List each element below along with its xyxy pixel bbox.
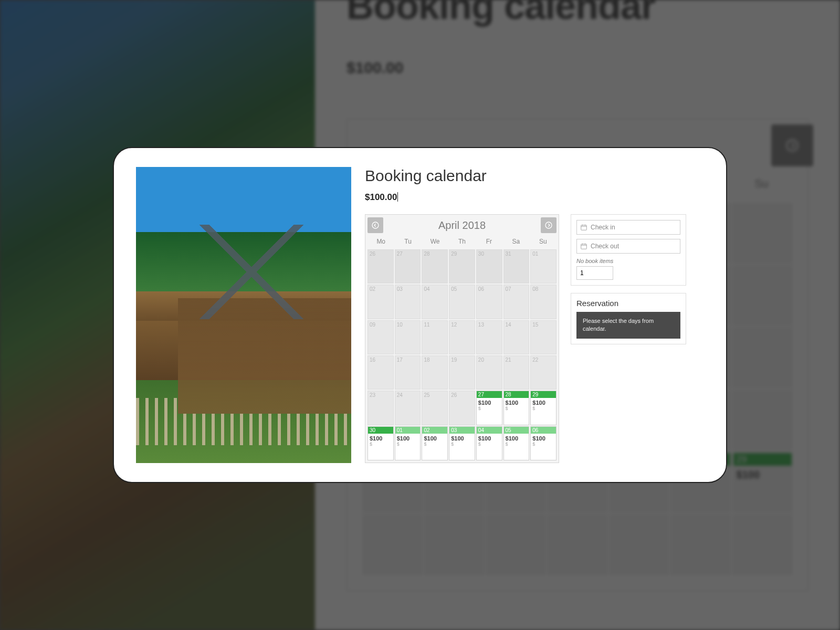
calendar-weekday: Fr bbox=[476, 236, 502, 247]
calendar-day-subprice: $ bbox=[449, 442, 475, 447]
calendar-day-cell[interactable]: 02$100$ bbox=[422, 426, 448, 460]
calendar-day-cell: 31 bbox=[503, 249, 530, 284]
calendar-day-number: 31 bbox=[506, 251, 511, 257]
calendar-weekday: Th bbox=[448, 236, 475, 247]
calendar-day-price: $100 bbox=[449, 434, 475, 442]
calendar-day-cell: 16 bbox=[368, 355, 394, 390]
calendar-weekday: Mo bbox=[368, 236, 394, 247]
calendar-day-number: 26 bbox=[370, 251, 375, 257]
calendar-day-cell: 10 bbox=[395, 320, 421, 354]
calendar-day-cell[interactable]: 29$100$ bbox=[530, 391, 556, 425]
calendar-day-cell[interactable]: 06$100$ bbox=[530, 426, 556, 460]
calendar-day-number: 08 bbox=[532, 286, 538, 292]
calendar-day-number: 07 bbox=[506, 286, 511, 292]
calendar-day-number: 04 bbox=[424, 286, 429, 292]
reservation-message: Please select the days from calendar. bbox=[576, 312, 680, 339]
calendar-weekday: We bbox=[422, 236, 448, 247]
checkout-input[interactable]: Check out bbox=[576, 239, 680, 254]
calendar-prev-button[interactable] bbox=[368, 217, 383, 233]
calendar-day-cell[interactable]: 04$100$ bbox=[476, 426, 502, 460]
calendar-day-cell: 11 bbox=[422, 320, 448, 354]
calendar-weekday: Tu bbox=[394, 236, 421, 247]
calendar-day-number: 02 bbox=[422, 427, 447, 434]
calendar-day-number: 29 bbox=[451, 251, 457, 257]
calendar-day-number: 11 bbox=[424, 322, 429, 328]
calendar-day-cell: 28 bbox=[422, 249, 448, 284]
calendar-day-number: 06 bbox=[531, 427, 556, 434]
calendar-day-cell[interactable]: 05$100$ bbox=[503, 426, 530, 460]
calendar-day-subprice: $ bbox=[504, 442, 529, 447]
calendar-day-number: 21 bbox=[506, 357, 511, 363]
calendar-day-number: 24 bbox=[397, 392, 403, 398]
calendar-day-price: $100 bbox=[395, 434, 421, 442]
checkout-placeholder: Check out bbox=[591, 243, 619, 250]
calendar-day-number: 20 bbox=[478, 357, 484, 363]
calendar-day-cell[interactable]: 27$100$ bbox=[476, 391, 502, 425]
calendar-day-cell: 12 bbox=[449, 320, 475, 354]
calendar-day-price: $100 bbox=[504, 398, 529, 406]
calendar-day-number: 09 bbox=[370, 322, 375, 328]
calendar-day-number: 30 bbox=[368, 427, 393, 434]
calendar-day-price: $100 bbox=[531, 398, 556, 406]
calendar-month-label: April 2018 bbox=[386, 219, 538, 232]
calendar-day-number: 16 bbox=[370, 357, 375, 363]
calendar-day-number: 05 bbox=[451, 286, 457, 292]
calendar-day-cell: 21 bbox=[503, 355, 530, 390]
calendar-day-number: 25 bbox=[424, 392, 429, 398]
calendar-day-cell: 18 bbox=[422, 355, 448, 390]
svg-point-1 bbox=[372, 222, 379, 228]
calendar-day-cell: 09 bbox=[368, 320, 394, 354]
items-count-input[interactable] bbox=[576, 266, 613, 280]
calendar-day-cell: 13 bbox=[476, 320, 502, 354]
calendar-day-number: 18 bbox=[424, 357, 429, 363]
calendar-weekday: Sa bbox=[502, 236, 529, 247]
calendar-day-cell[interactable]: 01$100$ bbox=[395, 426, 421, 460]
checkin-placeholder: Check in bbox=[591, 224, 615, 231]
calendar-day-number: 01 bbox=[532, 251, 538, 257]
reservation-panel: Reservation Please select the days from … bbox=[571, 293, 686, 344]
calendar-day-price: $100 bbox=[477, 398, 502, 406]
calendar-day-cell: 07 bbox=[503, 285, 530, 319]
calendar-day-number: 30 bbox=[478, 251, 484, 257]
calendar-day-number: 14 bbox=[506, 322, 511, 328]
calendar-day-cell: 29 bbox=[449, 249, 475, 284]
calendar-day-cell: 15 bbox=[530, 320, 556, 354]
product-price: $100.00 bbox=[365, 192, 704, 203]
reservation-title: Reservation bbox=[576, 299, 680, 308]
calendar-day-cell: 24 bbox=[395, 391, 421, 425]
calendar-day-number: 23 bbox=[370, 392, 375, 398]
calendar-day-number: 02 bbox=[370, 286, 375, 292]
calendar-day-number: 06 bbox=[478, 286, 484, 292]
calendar-day-cell: 02 bbox=[368, 285, 394, 319]
calendar-day-number: 04 bbox=[477, 427, 502, 434]
calendar-day-number: 27 bbox=[397, 251, 403, 257]
calendar-day-number: 19 bbox=[451, 357, 457, 363]
calendar-day-cell[interactable]: 28$100$ bbox=[503, 391, 530, 425]
booking-modal: Booking calendar $100.00 April 2018 MoTu… bbox=[113, 147, 727, 483]
items-count-label: No book items bbox=[576, 258, 680, 264]
calendar-day-subprice: $ bbox=[477, 442, 502, 447]
calendar-day-subprice: $ bbox=[368, 442, 393, 447]
calendar-day-cell: 20 bbox=[476, 355, 502, 390]
calendar-day-price: $100 bbox=[531, 434, 556, 442]
calendar-day-number: 12 bbox=[451, 322, 457, 328]
calendar-day-number: 13 bbox=[478, 322, 484, 328]
calendar-day-cell[interactable]: 03$100$ bbox=[449, 426, 475, 460]
calendar-day-subprice: $ bbox=[504, 406, 529, 411]
checkin-input[interactable]: Check in bbox=[576, 220, 680, 235]
product-title: Booking calendar bbox=[365, 167, 704, 185]
calendar-day-cell: 03 bbox=[395, 285, 421, 319]
product-photo bbox=[136, 167, 351, 463]
calendar-day-cell: 27 bbox=[395, 249, 421, 284]
calendar-day-cell: 17 bbox=[395, 355, 421, 390]
calendar-next-button[interactable] bbox=[541, 217, 556, 233]
calendar-day-number: 05 bbox=[504, 427, 529, 434]
calendar-day-cell: 08 bbox=[530, 285, 556, 319]
calendar-day-number: 01 bbox=[395, 427, 421, 434]
calendar-day-cell[interactable]: 30$100$ bbox=[368, 426, 394, 460]
calendar-icon bbox=[580, 224, 587, 231]
calendar-day-cell: 25 bbox=[422, 391, 448, 425]
calendar-day-cell: 06 bbox=[476, 285, 502, 319]
calendar-day-price: $100 bbox=[422, 434, 447, 442]
calendar-day-cell: 30 bbox=[476, 249, 502, 284]
